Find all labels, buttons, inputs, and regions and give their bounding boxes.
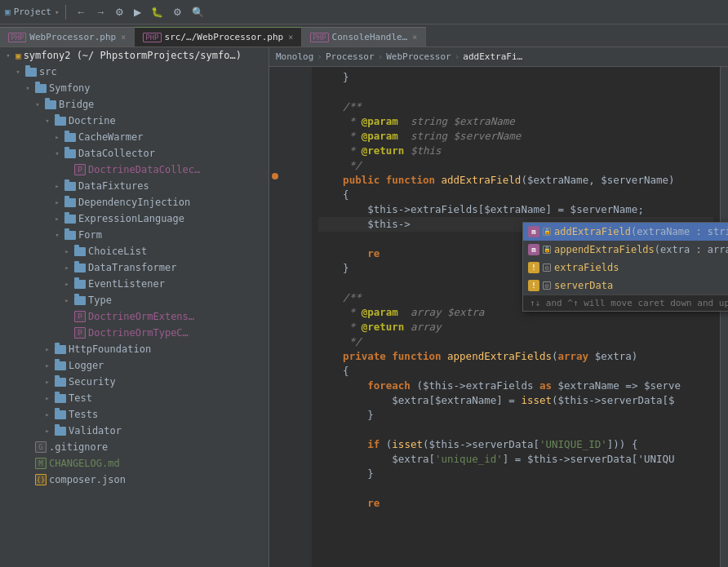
tab-close-2[interactable]: × [288, 33, 293, 42]
arrow5: -> [459, 437, 472, 452]
sidebar-item-bridge[interactable]: Bridge [0, 96, 269, 113]
arrow4: -> [588, 393, 601, 408]
search-button[interactable]: 🔍 [189, 5, 207, 20]
arrow1: -> [398, 202, 411, 217]
paren4: ( [423, 437, 429, 452]
sidebar-item-test[interactable]: Test [0, 390, 269, 406]
var-en2: $extraName [435, 393, 496, 408]
sidebar-item-type[interactable]: Type [0, 292, 269, 308]
root-icon: ▣ [16, 51, 21, 61]
var-extra3: $extra [318, 452, 428, 467]
code-line-3: /** [318, 100, 713, 114]
sidebar-item-security[interactable]: Security [0, 374, 269, 390]
sidebar-item-datatransformer[interactable]: DataTransformer [0, 259, 269, 276]
var-servername: $serverName [601, 173, 668, 188]
sidebar-item-form[interactable]: Form [0, 227, 269, 243]
tree-arrow-validator [42, 426, 52, 436]
kw-if: if [318, 437, 386, 452]
ac-icon-prop-1: ! [528, 262, 539, 273]
fn-isset2: isset [392, 437, 423, 452]
fn-isset: isset [521, 393, 552, 408]
arrow2: -> [454, 379, 466, 393]
str-uniqueid2: 'unique_id' [435, 452, 503, 467]
code-editor[interactable]: } /** * @param string $extraName * @para… [312, 67, 720, 567]
sidebar-item-datafixtures[interactable]: DataFixtures [0, 178, 269, 194]
sidebar-item-tests[interactable]: Tests [0, 406, 269, 423]
sidebar-item-changelog[interactable]: M CHANGELOG.md [0, 455, 269, 472]
sidebar-label-dt: DataTransformer [88, 262, 176, 273]
sidebar-label-el: EventListener [88, 278, 165, 290]
sidebar-item-doctrine[interactable]: Doctrine [0, 113, 269, 129]
sidebar-item-expressionlanguage[interactable]: ExpressionLanguage [0, 210, 269, 227]
ac-item-addextrafield[interactable]: m 🔒 addExtraField(extraName : string, se… [523, 223, 728, 241]
sidebar-item-validator[interactable]: Validator [0, 423, 269, 439]
ac-item-appendextrafields[interactable]: m 🔒 appendExtraFields(extra : array) [523, 241, 728, 259]
breadcrumb-sep-2: › [378, 51, 384, 62]
sidebar-item-gitignore[interactable]: G .gitignore [0, 439, 269, 455]
sidebar-label-type: Type [88, 295, 112, 306]
breadcrumb-monolog[interactable]: Monolog [276, 51, 313, 62]
ac-hint: ↑↓ and ^↑ will move caret down and up in… [523, 295, 728, 311]
bracket4: ] [496, 393, 503, 408]
sidebar-label-form: Form [78, 229, 102, 241]
build-button[interactable]: ⚙ [112, 5, 127, 20]
code-line-28: } [318, 467, 713, 481]
sidebar-item-symfony[interactable]: Symfony [0, 80, 269, 96]
bracket6: ])) { [607, 437, 638, 452]
sidebar-item-src[interactable]: src [0, 64, 269, 80]
sidebar-item-doctrineormextens[interactable]: P DoctrineOrmExtens… [0, 308, 269, 325]
run-button[interactable]: ▶ [131, 5, 144, 20]
tab-webprocessor-2[interactable]: PHP src/…/WebProcessor.php × [135, 27, 302, 47]
tab-webprocessor-1[interactable]: PHP WebProcessor.php × [0, 27, 135, 47]
forward-button[interactable]: → [92, 5, 109, 20]
folder-icon-security [55, 378, 66, 387]
bracket7: [ [428, 452, 435, 467]
breadcrumb-method[interactable]: addExtraFi… [463, 51, 522, 62]
sidebar-item-doctrineormtypec[interactable]: P DoctrineOrmTypeC… [0, 325, 269, 341]
tree-arrow-cachewarmer [52, 132, 62, 142]
tree-arrow-dep [52, 197, 62, 207]
sidebar-item-choicelist[interactable]: ChoiceList [0, 243, 269, 259]
sidebar-item-eventlistener[interactable]: EventListener [0, 276, 269, 292]
tree-root[interactable]: ▣ symfony2 (~/ PhpstormProjects/symfo…) [0, 47, 269, 64]
file-icon-doctrineormtypec: P [74, 327, 86, 339]
right-scrollbar[interactable] [720, 67, 728, 567]
ac-match-1: addExtraField [554, 226, 631, 237]
comment-2: * [318, 114, 362, 129]
ac-item-extrafields[interactable]: ! ⚙ extraFields [523, 259, 728, 277]
tab-bar: PHP WebProcessor.php × PHP src/…/WebProc… [0, 24, 728, 47]
tab-close-3[interactable]: × [412, 33, 417, 42]
sidebar-label-gitignore: .gitignore [49, 441, 108, 453]
back-button[interactable]: ← [73, 5, 89, 20]
sidebar-item-cachewarmer[interactable]: CacheWarmer [0, 129, 269, 145]
eq2: = [503, 393, 522, 408]
toolbar-actions: ← → ⚙ ▶ 🐛 ⚙ 🔍 [73, 5, 207, 20]
brace10: } [318, 467, 374, 481]
tab-close-1[interactable]: × [121, 33, 126, 42]
brace5: } [318, 261, 349, 276]
sidebar-item-doctrinedatacollec[interactable]: P DoctrineDataCollec… [0, 162, 269, 178]
sidebar-item-datacollector[interactable]: DataCollector [0, 145, 269, 162]
var-ef: extraFields [466, 379, 534, 393]
settings-button[interactable]: ⚙ [170, 5, 185, 20]
breadcrumb-webprocessor[interactable]: WebProcessor [386, 51, 451, 62]
sidebar-label-symfony: Symfony [49, 82, 91, 94]
ac-item-serverdata[interactable]: ! ⚙ serverData array [523, 277, 728, 295]
sidebar-item-logger[interactable]: Logger [0, 357, 269, 374]
breadcrumb-processor[interactable]: Processor [326, 51, 375, 62]
debug-button[interactable]: 🐛 [148, 5, 166, 20]
sidebar-item-composer[interactable]: {} composer.json [0, 472, 269, 488]
tab-consolehandler[interactable]: PHP ConsoleHandle… × [302, 27, 426, 47]
sidebar-item-httpfoundation[interactable]: HttpFoundation [0, 341, 269, 357]
comment-6: /** [318, 290, 362, 305]
tab-icon-3: PHP [310, 33, 328, 42]
var-extrafields: extraFields [411, 202, 478, 217]
var-serv: $serve [644, 379, 681, 393]
toolbar-separator-1 [65, 5, 66, 20]
comment-3b: string $serverName [398, 129, 522, 144]
sidebar-label-datacollector: DataCollector [78, 148, 155, 159]
sidebar-item-dependencyinjection[interactable]: DependencyInjection [0, 194, 269, 210]
project-dropdown-icon[interactable]: ▾ [55, 8, 59, 16]
code-line-6: * @return $this [318, 144, 713, 158]
ac-label-2: appendExtraFields(extra : array) [554, 244, 728, 255]
